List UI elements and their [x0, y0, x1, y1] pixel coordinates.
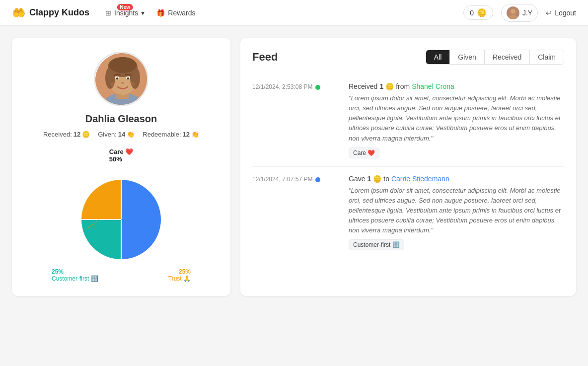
trust-label: 25% Trust 🙏 [168, 268, 191, 282]
profile-avatar [94, 52, 148, 106]
action-direction-1: from [396, 82, 410, 90]
redeemable-icon: 👏 [191, 131, 199, 138]
redeemable-stat: Redeemable: 12 👏 [143, 131, 199, 138]
chevron-down-icon: ▾ [141, 9, 145, 17]
received-icon: 🪙 [82, 131, 90, 138]
svg-point-15 [116, 77, 119, 79]
given-stat: Given: 14 👏 [98, 131, 135, 138]
svg-point-17 [121, 82, 124, 84]
person-link-1[interactable]: Shanel Crona [412, 82, 454, 90]
person-link-2[interactable]: Carrie Stiedemann [391, 175, 449, 183]
given-count: 14 [118, 131, 125, 138]
feed-tag-2: Customer-first 🔢 [349, 239, 404, 250]
redeemable-count: 12 [183, 131, 190, 138]
user-menu[interactable]: J.Y [501, 4, 538, 22]
nav-insights[interactable]: ⊞ Insights New ▾ [105, 9, 145, 17]
feed-body-2: Gave 1 🪙 to Carrie Stiedemann "Lorem ips… [349, 175, 564, 251]
action-prefix-1: Received [349, 82, 377, 90]
insights-icon: ⊞ [105, 9, 111, 17]
care-pct: 50% [109, 155, 122, 163]
feed-tabs: All Given Received Claim [426, 50, 564, 65]
brand: 🤲 Clappy Kudos [12, 6, 89, 19]
feed-action-2: Gave 1 🪙 to Carrie Stiedemann [349, 175, 564, 183]
received-label: Received: [43, 131, 72, 138]
feed-item-2: 12/1/2024, 7:07:57 PM Gave 1 🪙 to Carrie… [252, 167, 564, 259]
tab-claim[interactable]: Claim [529, 50, 564, 64]
svg-point-19 [127, 82, 135, 87]
coins-count: 0 [470, 9, 474, 17]
coins-display: 0 🪙 [463, 5, 493, 20]
navbar: 🤲 Clappy Kudos ⊞ Insights New ▾ 🎁 Reward… [0, 0, 588, 26]
received-stat: Received: 12 🪙 [43, 131, 90, 138]
feed-card: Feed All Given Received Claim 12/1/2024,… [240, 38, 576, 296]
feed-meta-1: 12/1/2024, 2:53:08 PM [252, 82, 342, 158]
logout-button[interactable]: ↩ Logout [546, 9, 576, 17]
new-badge: New [117, 4, 133, 10]
feed-date-2: 12/1/2024, 7:07:57 PM [252, 176, 312, 183]
avatar [507, 6, 519, 19]
tab-received[interactable]: Received [484, 50, 529, 64]
feed-date-1: 12/1/2024, 2:53:08 PM [252, 83, 312, 90]
feed-action-1: Received 1 🪙 from Shanel Crona [349, 82, 564, 90]
tab-given[interactable]: Given [449, 50, 484, 64]
logout-icon: ↩ [546, 9, 552, 17]
feed-title: Feed [252, 51, 278, 64]
feed-dot-1 [315, 85, 320, 90]
action-amount-1: 1 [379, 82, 383, 90]
customer-first-label: 25% Customer-first 🔢 [52, 268, 98, 282]
redeemable-label: Redeemable: [143, 131, 181, 138]
received-count: 12 [74, 131, 80, 138]
action-amount-2: 1 [367, 175, 371, 183]
profile-avatar-wrap [24, 52, 219, 106]
feed-meta-2: 12/1/2024, 7:07:57 PM [252, 175, 342, 251]
action-direction-2: to [383, 175, 389, 183]
given-label: Given: [98, 131, 117, 138]
rewards-icon: 🎁 [156, 9, 165, 17]
user-initials: J.Y [522, 9, 532, 17]
feed-quote-1: "Lorem ipsum dolor sit amet, consectetur… [349, 93, 564, 144]
logout-label: Logout [555, 9, 576, 17]
brand-icon: 🤲 [12, 6, 25, 19]
nav-right: 0 🪙 J.Y ↩ Logout [463, 4, 576, 22]
profile-avatar-img [95, 53, 148, 106]
profile-stats: Received: 12 🪙 Given: 14 👏 Redeemable: 1… [24, 131, 219, 138]
coins-icon: 🪙 [477, 8, 487, 17]
feed-tag-1: Care ❤️ [349, 147, 379, 158]
given-icon: 👏 [127, 131, 135, 138]
feed-quote-2: "Lorem ipsum dolor sit amet, consectetur… [349, 186, 564, 236]
nav-links: ⊞ Insights New ▾ 🎁 Rewards [105, 9, 447, 17]
svg-point-1 [511, 9, 515, 14]
action-coin-icon-2: 🪙 [373, 175, 381, 183]
profile-card: Dahlia Gleason Received: 12 🪙 Given: 14 … [12, 38, 230, 296]
svg-point-12 [109, 57, 137, 73]
tab-all[interactable]: All [426, 50, 450, 64]
care-label-top: Care ❤️ 50% [109, 148, 134, 163]
feed-body-1: Received 1 🪙 from Shanel Crona "Lorem ip… [349, 82, 564, 158]
feed-dot-2 [315, 177, 320, 182]
nav-rewards[interactable]: 🎁 Rewards [156, 9, 195, 17]
feed-header: Feed All Given Received Claim [252, 50, 564, 65]
feed-item: 12/1/2024, 2:53:08 PM Received 1 🪙 from … [252, 74, 564, 167]
chart-wrap: Care ❤️ 50% [24, 148, 219, 282]
action-coin-icon-1: 🪙 [385, 82, 394, 90]
profile-name: Dahlia Gleason [24, 113, 219, 125]
pie-chart [57, 165, 186, 264]
chart-labels-bottom: 25% Customer-first 🔢 25% Trust 🙏 [52, 268, 191, 282]
svg-point-16 [127, 77, 130, 79]
svg-point-18 [110, 82, 118, 87]
brand-name: Clappy Kudos [29, 7, 89, 18]
rewards-label: Rewards [168, 9, 195, 17]
main-content: Dahlia Gleason Received: 12 🪙 Given: 14 … [0, 26, 588, 308]
action-prefix-2: Gave [349, 175, 365, 183]
